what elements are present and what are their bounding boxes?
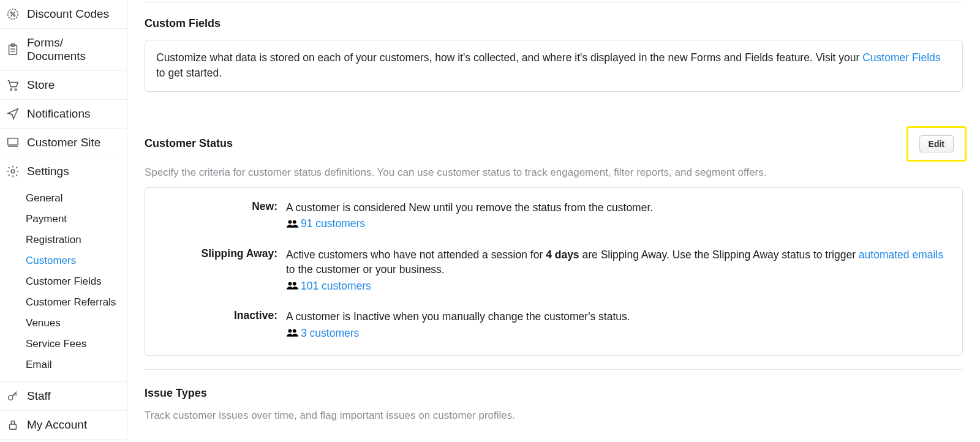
sidebar-label: Forms/ Documents bbox=[27, 36, 86, 63]
subnav-general[interactable]: General bbox=[0, 188, 127, 209]
status-label-inactive: Inactive: bbox=[160, 309, 286, 340]
sidebar-label: Settings bbox=[27, 165, 69, 178]
sidebar-label: Store bbox=[27, 78, 55, 92]
subnav-customers[interactable]: Customers bbox=[0, 250, 127, 271]
send-icon bbox=[6, 107, 20, 121]
svg-point-8 bbox=[10, 89, 12, 91]
subnav-venues[interactable]: Venues bbox=[0, 313, 127, 334]
sidebar-label: My Account bbox=[27, 418, 87, 432]
users-icon bbox=[286, 328, 300, 338]
settings-subnav: General Payment Registration Customers C… bbox=[0, 185, 127, 382]
sidebar-item-forms-documents[interactable]: Forms/ Documents bbox=[0, 29, 127, 71]
inactive-customers-link[interactable]: 3 customers bbox=[301, 326, 359, 341]
sidebar-item-discount-codes[interactable]: Discount Codes bbox=[0, 0, 127, 29]
monitor-icon bbox=[6, 136, 20, 149]
svg-point-18 bbox=[293, 282, 296, 286]
svg-point-15 bbox=[288, 220, 292, 223]
lock-icon bbox=[6, 418, 20, 432]
key-icon bbox=[6, 389, 20, 403]
slipping-customers-link[interactable]: 101 customers bbox=[301, 279, 371, 294]
subnav-customer-referrals[interactable]: Customer Referrals bbox=[0, 292, 127, 313]
customer-status-subtext: Specify the criteria for customer status… bbox=[145, 167, 963, 179]
main-content: Custom Fields Customize what data is sto… bbox=[127, 0, 980, 442]
sidebar: Discount Codes Forms/ Documents Store No… bbox=[0, 0, 127, 442]
sidebar-item-settings[interactable]: Settings bbox=[0, 157, 127, 185]
customer-status-box: New: A customer is considered New until … bbox=[145, 187, 963, 356]
svg-point-9 bbox=[15, 89, 17, 91]
issue-types-subtext: Track customer issues over time, and fla… bbox=[145, 410, 963, 422]
svg-point-20 bbox=[293, 329, 296, 333]
svg-rect-14 bbox=[10, 424, 17, 429]
status-desc-slipping: Active customers who have not attended a… bbox=[286, 247, 948, 277]
sidebar-item-notifications[interactable]: Notifications bbox=[0, 100, 127, 129]
status-row-new: New: A customer is considered New until … bbox=[160, 200, 948, 231]
subnav-email[interactable]: Email bbox=[0, 354, 127, 375]
status-desc-new: A customer is considered New until you r… bbox=[286, 200, 948, 215]
subnav-customer-fields[interactable]: Customer Fields bbox=[0, 271, 127, 292]
svg-point-1 bbox=[11, 12, 12, 13]
custom-fields-info: Customize what data is stored on each of… bbox=[145, 40, 963, 92]
cart-icon bbox=[6, 78, 20, 92]
users-icon bbox=[286, 281, 300, 291]
custom-fields-desc-post: to get started. bbox=[156, 67, 222, 79]
svg-rect-10 bbox=[8, 138, 18, 144]
form-icon bbox=[6, 43, 20, 56]
edit-highlight: Edit bbox=[907, 126, 967, 162]
sidebar-item-my-account[interactable]: My Account bbox=[0, 411, 127, 440]
issue-types-title: Issue Types bbox=[145, 387, 963, 400]
svg-point-19 bbox=[288, 329, 292, 333]
sidebar-item-staff[interactable]: Staff bbox=[0, 382, 127, 411]
status-row-slipping: Slipping Away: Active customers who have… bbox=[160, 247, 948, 294]
subnav-service-fees[interactable]: Service Fees bbox=[0, 334, 127, 354]
svg-point-2 bbox=[13, 15, 15, 16]
svg-point-12 bbox=[11, 170, 15, 173]
subnav-registration[interactable]: Registration bbox=[0, 230, 127, 250]
svg-point-17 bbox=[288, 282, 292, 286]
custom-fields-desc-pre: Customize what data is stored on each of… bbox=[156, 51, 862, 64]
custom-fields-title: Custom Fields bbox=[145, 17, 963, 30]
status-desc-inactive: A customer is Inactive when you manually… bbox=[286, 309, 948, 324]
sidebar-label: Notifications bbox=[27, 107, 91, 121]
customer-fields-link[interactable]: Customer Fields bbox=[862, 51, 940, 64]
edit-button[interactable]: Edit bbox=[919, 135, 954, 152]
svg-line-3 bbox=[10, 12, 15, 16]
svg-point-16 bbox=[293, 220, 296, 223]
sidebar-item-store[interactable]: Store bbox=[0, 71, 127, 100]
status-row-inactive: Inactive: A customer is Inactive when yo… bbox=[160, 309, 948, 340]
new-customers-link[interactable]: 91 customers bbox=[301, 216, 365, 231]
automated-emails-link[interactable]: automated emails bbox=[859, 249, 943, 261]
svg-point-13 bbox=[9, 395, 13, 400]
discount-icon bbox=[6, 7, 20, 21]
status-label-new: New: bbox=[160, 200, 286, 231]
sidebar-item-customer-site[interactable]: Customer Site bbox=[0, 129, 127, 157]
sidebar-label: Discount Codes bbox=[27, 7, 109, 21]
sidebar-label: Customer Site bbox=[27, 136, 100, 149]
status-label-slipping: Slipping Away: bbox=[160, 247, 286, 294]
users-icon bbox=[286, 219, 300, 229]
sidebar-label: Staff bbox=[27, 389, 51, 403]
customer-status-title: Customer Status bbox=[145, 137, 233, 150]
gear-icon bbox=[6, 165, 20, 178]
subnav-payment[interactable]: Payment bbox=[0, 209, 127, 230]
